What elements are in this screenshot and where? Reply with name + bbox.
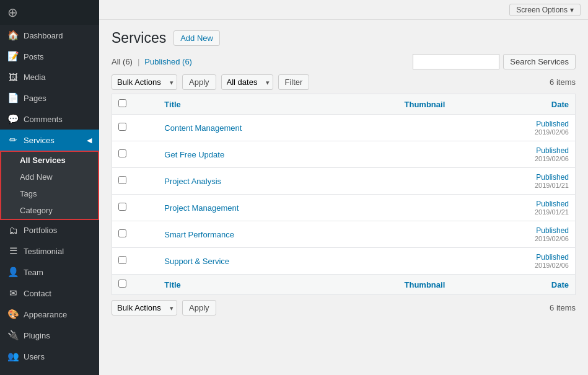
- row-date-status: Published: [512, 253, 569, 262]
- submenu-item-all-services[interactable]: All Services: [1, 152, 98, 169]
- table-row: Project Analysis Published 2019/01/21: [112, 168, 576, 195]
- filter-button[interactable]: Filter: [278, 74, 310, 90]
- media-icon: 🖼: [7, 72, 19, 82]
- row-title-cell: Get Free Update: [158, 141, 343, 168]
- date-filter-select[interactable]: All dates: [221, 74, 273, 90]
- table-row: Support & Service Published 2019/02/06: [112, 248, 576, 275]
- row-title-cell: Support & Service: [158, 248, 343, 275]
- sidebar-item-comments[interactable]: 💬 Comments: [0, 108, 99, 130]
- submenu-item-category[interactable]: Category: [1, 202, 98, 219]
- sidebar-item-posts[interactable]: 📝 Posts: [0, 46, 99, 67]
- row-date-cell: Published 2019/01/21: [506, 168, 575, 195]
- row-date-cell: Published 2019/02/06: [506, 248, 575, 275]
- posts-icon: 📝: [7, 51, 19, 62]
- content-area: Services Add New All (6) | Published (6)…: [99, 20, 588, 375]
- row-thumbnail-cell: [344, 195, 506, 221]
- filter-separator: |: [138, 57, 139, 66]
- sidebar-item-dashboard[interactable]: 🏠 Dashboard: [0, 25, 99, 46]
- sidebar-item-appearance[interactable]: 🎨 Appearance: [0, 304, 99, 325]
- search-area: Search Services: [413, 54, 576, 69]
- bulk-actions-select-top[interactable]: Bulk Actions Delete: [112, 74, 177, 90]
- sidebar-item-label: Testimonial: [24, 247, 64, 256]
- sidebar-item-team[interactable]: 👤 Team: [0, 262, 99, 283]
- row-date-status: Published: [512, 173, 569, 182]
- table-header-row: Title Thumbnail Date: [112, 94, 576, 115]
- date-filter-wrap: All dates: [221, 74, 273, 90]
- submenu-item-add-new[interactable]: Add New: [1, 169, 98, 185]
- select-all-checkbox-top[interactable]: [118, 99, 126, 107]
- sidebar-item-pages[interactable]: 📄 Pages: [0, 87, 99, 108]
- filter-links: All (6) | Published (6): [112, 57, 192, 66]
- sidebar-item-label: Users: [24, 352, 45, 361]
- apply-button-top[interactable]: Apply: [182, 74, 216, 90]
- table-row: Smart Performance Published 2019/02/06: [112, 221, 576, 248]
- col-title-label: Title: [164, 100, 181, 109]
- row-title-cell: Smart Performance: [158, 221, 343, 248]
- row-title-link[interactable]: Project Analysis: [164, 177, 221, 186]
- screen-options-button[interactable]: Screen Options ▾: [509, 4, 581, 16]
- items-count-bottom: 6 items: [550, 303, 576, 312]
- topbar: Screen Options ▾: [99, 0, 588, 20]
- submenu-item-tags[interactable]: Tags: [1, 185, 98, 202]
- row-checkbox[interactable]: [118, 229, 126, 237]
- sidebar-item-users[interactable]: 👥 Users: [0, 346, 99, 367]
- bulk-actions-select-bottom[interactable]: Bulk Actions Delete: [112, 300, 177, 315]
- col-footer-title: Title: [158, 275, 343, 295]
- sidebar-item-portfolios[interactable]: 🗂 Portfolios: [0, 220, 99, 240]
- row-checkbox[interactable]: [118, 123, 126, 131]
- users-icon: 👥: [7, 351, 19, 362]
- col-header-title[interactable]: Title: [158, 94, 343, 115]
- row-date-value: 2019/02/06: [512, 128, 569, 136]
- bulk-actions-wrap-bottom: Bulk Actions Delete: [112, 300, 177, 315]
- sidebar-item-label: Media: [24, 73, 45, 82]
- sidebar-item-media[interactable]: 🖼 Media: [0, 67, 99, 87]
- sidebar-item-plugins[interactable]: 🔌 Plugins: [0, 325, 99, 346]
- select-all-checkbox-bottom[interactable]: [118, 280, 126, 288]
- row-date-cell: Published 2019/02/06: [506, 221, 575, 248]
- sidebar-item-label: Portfolios: [24, 226, 57, 235]
- search-button[interactable]: Search Services: [503, 54, 576, 69]
- row-title-link[interactable]: Support & Service: [164, 257, 229, 266]
- row-checkbox[interactable]: [118, 176, 126, 184]
- row-date-cell: Published 2019/01/21: [506, 195, 575, 221]
- row-date-status: Published: [512, 200, 569, 208]
- row-date-cell: Published 2019/02/06: [506, 141, 575, 168]
- col-footer-date: Date: [506, 275, 575, 295]
- row-thumbnail-cell: [344, 115, 506, 141]
- sidebar-item-label: Appearance: [24, 310, 67, 319]
- search-input[interactable]: [413, 54, 499, 69]
- sidebar-item-label: Posts: [24, 52, 44, 61]
- row-checkbox[interactable]: [118, 203, 126, 211]
- row-checkbox[interactable]: [118, 149, 126, 157]
- table-body: Content Management Published 2019/02/06 …: [112, 115, 576, 275]
- col-header-check: [112, 94, 159, 115]
- row-date-cell: Published 2019/02/06: [506, 115, 575, 141]
- row-checkbox[interactable]: [118, 256, 126, 264]
- add-new-button[interactable]: Add New: [173, 30, 220, 46]
- sidebar-item-services[interactable]: ✏ Services ◀: [0, 130, 99, 151]
- col-footer-title-label: Title: [164, 280, 181, 289]
- row-title-link[interactable]: Get Free Update: [164, 150, 224, 159]
- row-date-value: 2019/01/21: [512, 182, 569, 189]
- row-title-link[interactable]: Smart Performance: [164, 230, 234, 239]
- col-footer-thumbnail: Thumbnail: [344, 275, 506, 295]
- apply-button-bottom[interactable]: Apply: [182, 300, 216, 315]
- row-thumbnail-cell: [344, 141, 506, 168]
- screen-options-chevron-icon: ▾: [570, 6, 574, 14]
- row-thumbnail-cell: [344, 168, 506, 195]
- row-title-link[interactable]: Project Management: [164, 203, 239, 213]
- sidebar-item-contact[interactable]: ✉ Contact: [0, 283, 99, 304]
- top-action-bar: Bulk Actions Delete Apply All dates Filt…: [112, 74, 576, 90]
- filter-link-published[interactable]: Published (6): [144, 57, 192, 66]
- col-header-date[interactable]: Date: [506, 94, 575, 115]
- col-footer-check: [112, 275, 159, 295]
- sidebar-item-testimonial[interactable]: ☰ Testimonial: [0, 240, 99, 262]
- table-row: Get Free Update Published 2019/02/06: [112, 141, 576, 168]
- row-title-link[interactable]: Content Management: [164, 123, 242, 133]
- wp-logo: ⊕: [0, 0, 99, 25]
- wp-logo-icon: ⊕: [7, 5, 18, 20]
- main-content: Screen Options ▾ Services Add New All (6…: [99, 0, 588, 375]
- filter-link-all[interactable]: All (6): [112, 57, 133, 66]
- filter-row: All (6) | Published (6) Search Services: [112, 54, 576, 69]
- bottom-action-bar: Bulk Actions Delete Apply 6 items: [112, 300, 576, 315]
